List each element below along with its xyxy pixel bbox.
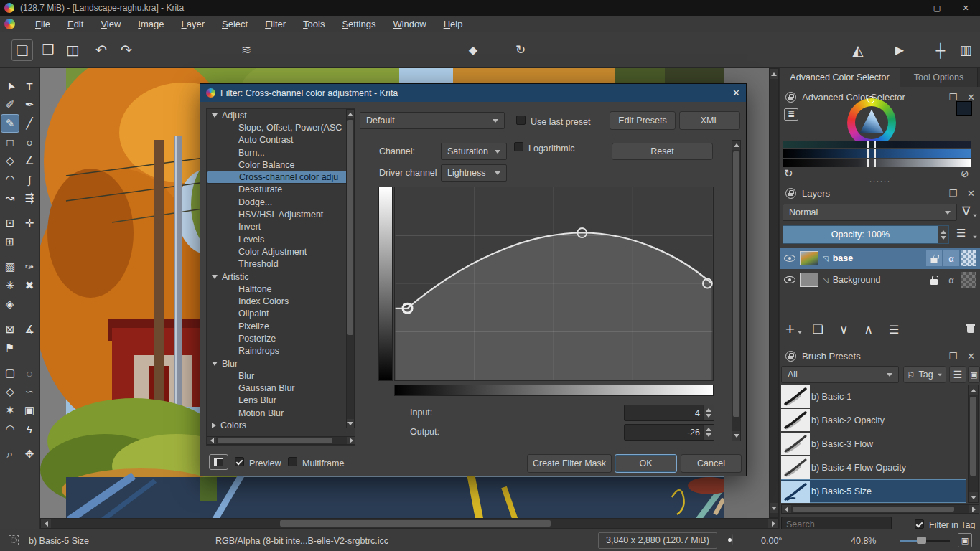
spin-down-icon[interactable] — [941, 236, 946, 240]
scroll-left-icon[interactable] — [41, 519, 51, 528]
compare-original-button[interactable] — [209, 454, 228, 470]
undo-button[interactable]: ↶ — [90, 39, 112, 61]
tree-v-scrollbar[interactable] — [346, 109, 355, 428]
filter-item[interactable]: Auto Contrast — [207, 134, 355, 146]
filter-item[interactable]: Slope, Offset, Power(ASC — [207, 121, 355, 133]
ok-button[interactable]: OK — [615, 454, 677, 473]
tool-color-sampler[interactable]: ✑ — [20, 258, 39, 276]
tree-h-scrollbar[interactable] — [207, 436, 355, 445]
canvas-v-scrollbar[interactable] — [769, 68, 779, 518]
brush-item[interactable]: b) Basic-1 — [781, 385, 966, 408]
tool-rect-select[interactable]: ▢ — [1, 364, 19, 382]
layer-lock-icon[interactable] — [926, 272, 942, 288]
menu-edit[interactable]: Edit — [60, 17, 90, 31]
menu-tools[interactable]: Tools — [296, 17, 332, 31]
layer-row-base[interactable]: ◹ base α — [780, 248, 980, 269]
brush-item[interactable]: b) Basic-2 Opacity — [781, 408, 966, 432]
layer-row-background[interactable]: ◹ Background α — [780, 269, 980, 291]
layer-alpha-icon[interactable]: α — [943, 250, 959, 266]
brush-h-scrollbar[interactable] — [781, 504, 979, 514]
tool-colorize-mask[interactable]: ✳ — [1, 276, 19, 295]
brush-tag-filter-select[interactable]: All — [781, 366, 899, 383]
chevron-right-icon[interactable] — [212, 423, 216, 428]
color-wheel[interactable] — [847, 98, 896, 147]
tool-move[interactable]: ✛ — [20, 214, 39, 232]
scroll-right-icon[interactable] — [768, 519, 778, 528]
curve-editor[interactable] — [394, 187, 714, 381]
minimize-button[interactable]: — — [894, 4, 923, 13]
filter-item[interactable]: Color Balance — [207, 159, 355, 171]
chevron-down-icon[interactable] — [212, 275, 218, 279]
tab-advanced-color-selector[interactable]: Advanced Color Selector — [780, 68, 900, 87]
tool-select-shapes[interactable]: ➤ — [1, 77, 19, 95]
tool-polyline[interactable]: ∠ — [20, 151, 39, 170]
tool-freehand-brush[interactable]: ✎ — [1, 114, 19, 133]
menu-file[interactable]: File — [28, 17, 57, 31]
redo-button[interactable]: ↷ — [116, 39, 137, 61]
save-document-button[interactable]: ◫ — [62, 39, 83, 61]
tool-zoom[interactable]: ⌕ — [1, 445, 19, 463]
delete-layer-button[interactable] — [966, 324, 975, 335]
layer-visible-icon[interactable] — [784, 276, 795, 283]
tool-polygon-select[interactable]: ◇ — [1, 382, 19, 401]
tool-magnetic-select[interactable]: ϟ — [20, 420, 39, 438]
float-docker-icon[interactable]: ❐ — [948, 351, 957, 362]
filter-item[interactable]: Color Adjustment — [207, 245, 355, 258]
tool-crop[interactable]: ⊞ — [1, 232, 19, 251]
lock-docker-icon[interactable] — [785, 92, 796, 103]
layer-inherit-alpha-icon[interactable] — [961, 272, 976, 288]
dialog-close-icon[interactable]: ✕ — [732, 88, 740, 98]
choose-workspace-button[interactable]: ▥ — [955, 39, 976, 61]
brush-item[interactable]: b) Basic-3 Flow — [781, 432, 966, 456]
preview-checkbox[interactable] — [235, 457, 244, 466]
tool-line[interactable]: ╱ — [20, 114, 39, 133]
brush-docker-header[interactable]: Brush Presets ❐ ✕ — [780, 347, 980, 365]
scroll-up-icon[interactable] — [770, 69, 778, 79]
tool-dynamic-brush[interactable]: ↝ — [1, 189, 19, 207]
menu-settings[interactable]: Settings — [335, 17, 383, 31]
zoom-to-fit-button[interactable]: ▣ — [958, 533, 972, 547]
tool-bezier-curve[interactable]: ◠ — [1, 170, 19, 189]
menu-help[interactable]: Help — [437, 17, 470, 31]
filter-item[interactable]: Oilpaint — [207, 308, 355, 320]
brush-item[interactable]: b) Basic-4 Flow Opacity — [781, 456, 966, 479]
filter-item[interactable]: Dodge... — [207, 196, 355, 208]
preset-select[interactable]: Default — [360, 112, 505, 129]
filter-item[interactable]: Gaussian Blur — [207, 382, 355, 395]
filter-item[interactable]: Threshold — [207, 258, 355, 270]
lock-docker-icon[interactable] — [785, 188, 796, 199]
layers-docker-header[interactable]: Layers ❐ ✕ — [780, 184, 980, 202]
channel-select[interactable]: Saturation — [441, 143, 507, 160]
mirror-vertical-button[interactable]: ▶ — [889, 39, 910, 61]
brush-option-slider-button[interactable]: ≋ — [235, 39, 257, 61]
tool-transform[interactable]: ⊡ — [1, 214, 19, 232]
tool-fill[interactable]: ◈ — [1, 295, 19, 314]
hue-marker[interactable] — [867, 96, 874, 103]
mirror-horizontal-button[interactable]: ◭ — [847, 39, 869, 61]
tool-reference-images[interactable]: ⚑ — [1, 339, 19, 357]
tab-tool-options[interactable]: Tool Options — [900, 68, 978, 87]
layer-inherit-alpha-icon[interactable] — [961, 250, 976, 266]
menu-select[interactable]: Select — [215, 17, 255, 31]
filter-item[interactable]: Invert — [207, 221, 355, 233]
reset-button[interactable]: Reset — [612, 143, 713, 160]
tool-pan[interactable]: ✥ — [20, 445, 39, 463]
close-button[interactable]: ✕ — [951, 4, 980, 13]
layer-filter-funnel-icon[interactable]: ∇ — [962, 204, 970, 219]
display-settings-button[interactable]: ▣ — [968, 366, 980, 383]
color-slider-3[interactable] — [783, 159, 971, 167]
maximize-button[interactable]: ▢ — [923, 4, 951, 13]
cancel-button[interactable]: Cancel — [681, 454, 742, 473]
scroll-down-icon[interactable] — [770, 503, 778, 513]
tag-button[interactable]: ⚐ Tag — [903, 366, 946, 383]
xml-button[interactable]: XML — [679, 111, 740, 130]
menu-filter[interactable]: Filter — [258, 17, 293, 31]
edit-presets-button[interactable]: Edit Presets — [610, 111, 676, 130]
logarithmic-checkbox[interactable] — [514, 142, 523, 151]
tool-contiguous-select[interactable]: ✶ — [1, 401, 19, 420]
reload-preset-button[interactable]: ↻ — [510, 39, 531, 61]
filter-item[interactable]: Blur — [207, 369, 355, 382]
create-filter-mask-button[interactable]: Create Filter Mask — [527, 454, 612, 473]
color-slider-1[interactable] — [783, 141, 971, 148]
filter-item[interactable]: Desaturate — [207, 184, 355, 196]
